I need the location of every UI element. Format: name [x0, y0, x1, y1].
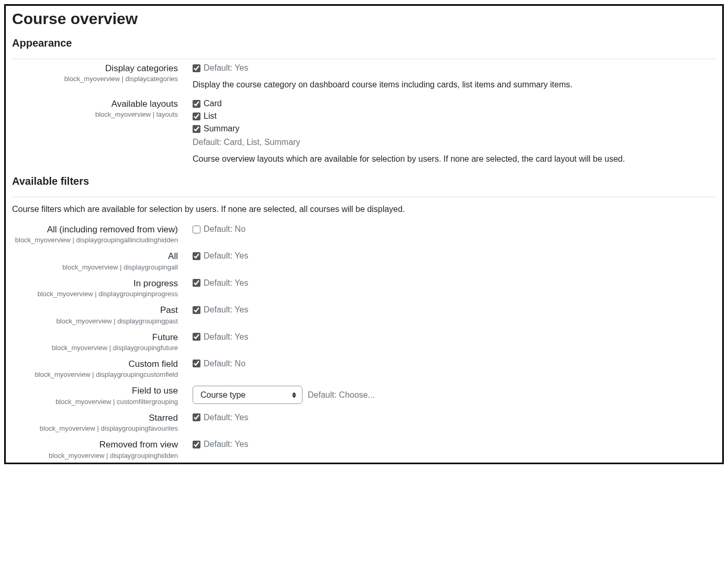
field-to-use-label: Field to use: [12, 386, 178, 396]
inprogress-sublabel: block_myoverview | displaygroupinginprog…: [12, 290, 178, 298]
inprogress-checkbox[interactable]: [193, 279, 200, 287]
layouts-default-text: Default: Card, List, Summary: [193, 138, 716, 147]
field-to-use-sublabel: block_myoverview | customfiltergrouping: [12, 398, 178, 406]
setting-field-to-use: Field to use block_myoverview | customfi…: [12, 385, 716, 405]
customfield-default: Default: No: [204, 359, 245, 368]
field-to-use-default: Default: Choose...: [308, 390, 375, 400]
display-categories-sublabel: block_myoverview | displaycategories: [12, 75, 178, 83]
setting-starred: Starred block_myoverview | displaygroupi…: [12, 412, 716, 432]
starred-checkbox[interactable]: [193, 413, 200, 421]
future-default: Default: Yes: [204, 332, 248, 342]
display-categories-default: Default: Yes: [204, 63, 248, 73]
setting-available-layouts: Available layouts block_myoverview | lay…: [12, 98, 716, 166]
setting-removed: Removed from view block_myoverview | dis…: [12, 439, 716, 459]
all-label: All: [12, 251, 178, 262]
layout-card-label: Card: [204, 99, 222, 108]
all-hidden-label: All (including removed from view): [12, 225, 178, 235]
customfield-checkbox[interactable]: [193, 360, 200, 367]
available-layouts-label: Available layouts: [12, 99, 178, 109]
starred-default: Default: Yes: [204, 413, 248, 422]
inprogress-default: Default: Yes: [204, 278, 248, 288]
appearance-heading: Appearance: [12, 37, 716, 59]
filters-desc: Course filters which are available for s…: [12, 205, 716, 214]
layouts-desc: Course overview layouts which are availa…: [193, 154, 716, 164]
display-categories-checkbox[interactable]: [193, 64, 200, 72]
starred-label: Starred: [12, 413, 178, 423]
removed-default: Default: Yes: [204, 440, 248, 449]
field-to-use-select[interactable]: Course type: [193, 386, 303, 404]
past-label: Past: [12, 305, 178, 316]
setting-inprogress: In progress block_myoverview | displaygr…: [12, 277, 716, 298]
removed-checkbox[interactable]: [193, 441, 200, 448]
layout-list-label: List: [204, 111, 217, 121]
page-title: Course overview: [12, 10, 716, 28]
past-sublabel: block_myoverview | displaygroupingpast: [12, 317, 178, 325]
setting-future: Future block_myoverview | displaygroupin…: [12, 331, 716, 352]
inprogress-label: In progress: [12, 278, 178, 289]
customfield-label: Custom field: [12, 359, 178, 369]
removed-sublabel: block_myoverview | displaygroupinghidden: [12, 452, 178, 459]
display-categories-label: Display categories: [12, 63, 178, 74]
customfield-sublabel: block_myoverview | displaygroupingcustom…: [12, 371, 178, 378]
starred-sublabel: block_myoverview | displaygroupingfavour…: [12, 424, 178, 432]
past-checkbox[interactable]: [193, 306, 200, 314]
layout-list-checkbox[interactable]: [193, 113, 200, 120]
all-checkbox[interactable]: [193, 252, 200, 260]
all-hidden-sublabel: block_myoverview | displaygroupingallinc…: [12, 236, 178, 244]
all-hidden-checkbox[interactable]: [193, 226, 200, 233]
setting-past: Past block_myoverview | displaygroupingp…: [12, 304, 716, 324]
layout-summary-checkbox[interactable]: [193, 125, 200, 133]
filters-heading: Available filters: [12, 175, 716, 197]
future-checkbox[interactable]: [193, 333, 200, 341]
layout-summary-label: Summary: [204, 124, 239, 133]
setting-all-including-hidden: All (including removed from view) block_…: [12, 223, 716, 244]
display-categories-desc: Display the course category on dashboard…: [193, 80, 716, 89]
past-default: Default: Yes: [204, 305, 248, 315]
all-hidden-default: Default: No: [204, 225, 245, 234]
future-sublabel: block_myoverview | displaygroupingfuture: [12, 344, 178, 352]
setting-customfield: Custom field block_myoverview | displayg…: [12, 358, 716, 378]
all-sublabel: block_myoverview | displaygroupingall: [12, 263, 178, 271]
setting-display-categories: Display categories block_myoverview | di…: [12, 62, 716, 92]
removed-label: Removed from view: [12, 440, 178, 450]
setting-all: All block_myoverview | displaygroupingal…: [12, 250, 716, 271]
layout-card-checkbox[interactable]: [193, 100, 200, 108]
all-default: Default: Yes: [204, 251, 248, 261]
available-layouts-sublabel: block_myoverview | layouts: [12, 110, 178, 118]
future-label: Future: [12, 332, 178, 343]
